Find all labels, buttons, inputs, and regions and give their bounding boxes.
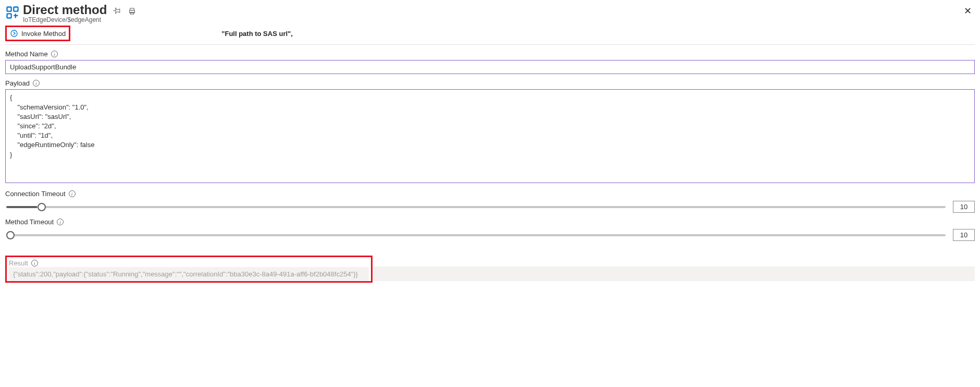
connection-timeout-label: Connection Timeout bbox=[5, 190, 66, 198]
invoke-method-label: Invoke Method bbox=[21, 30, 66, 38]
command-bar: Invoke Method "Full path to SAS url", bbox=[5, 26, 975, 45]
close-icon[interactable]: ✕ bbox=[964, 5, 972, 17]
svg-rect-1 bbox=[14, 7, 18, 11]
info-icon[interactable]: i bbox=[69, 190, 76, 197]
payload-textarea[interactable] bbox=[5, 89, 975, 183]
info-icon[interactable]: i bbox=[51, 51, 58, 57]
page-title: Direct method bbox=[23, 3, 107, 17]
invoke-method-button[interactable]: Invoke Method bbox=[7, 27, 69, 40]
page-subtitle: IoTEdgeDevice/$edgeAgent bbox=[23, 16, 107, 23]
result-output: {"status":200,"payload":{"status":"Runni… bbox=[9, 267, 369, 281]
method-name-input[interactable] bbox=[5, 60, 975, 74]
method-timeout-label-row: Method Timeout i bbox=[5, 218, 975, 226]
connection-timeout-value[interactable]: 10 bbox=[953, 201, 975, 213]
connection-timeout-slider-row: 10 bbox=[5, 201, 975, 213]
svg-rect-3 bbox=[130, 8, 134, 10]
method-timeout-slider[interactable] bbox=[6, 234, 946, 236]
svg-rect-0 bbox=[7, 7, 11, 11]
print-icon[interactable] bbox=[128, 7, 136, 17]
result-label-row: Result i bbox=[9, 259, 369, 267]
method-name-label-row: Method Name i bbox=[5, 50, 975, 58]
pin-icon[interactable] bbox=[113, 7, 121, 17]
svg-point-6 bbox=[11, 30, 17, 37]
payload-label: Payload bbox=[5, 79, 30, 87]
svg-rect-5 bbox=[131, 12, 134, 14]
result-label: Result bbox=[9, 259, 28, 267]
method-timeout-value[interactable]: 10 bbox=[953, 229, 975, 241]
info-icon[interactable]: i bbox=[57, 219, 64, 225]
iot-logo-icon bbox=[5, 5, 20, 20]
page-header: Direct method IoTEdgeDevice/$edgeAgent ✕ bbox=[5, 3, 975, 23]
connection-timeout-label-row: Connection Timeout i bbox=[5, 190, 975, 198]
method-name-label: Method Name bbox=[5, 50, 48, 58]
method-timeout-label: Method Timeout bbox=[5, 218, 54, 226]
info-icon[interactable]: i bbox=[33, 80, 40, 87]
method-timeout-slider-row: 10 bbox=[5, 229, 975, 241]
svg-rect-2 bbox=[7, 14, 11, 18]
payload-label-row: Payload i bbox=[5, 79, 975, 87]
result-output-continuation bbox=[373, 267, 975, 281]
connection-timeout-slider[interactable] bbox=[6, 206, 946, 208]
info-icon[interactable]: i bbox=[31, 260, 38, 267]
sas-url-text: "Full path to SAS url", bbox=[221, 30, 293, 38]
